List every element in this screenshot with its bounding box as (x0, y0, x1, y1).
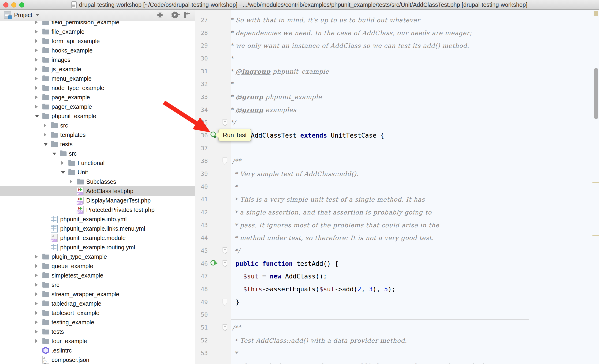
collapse-all-icon[interactable] (157, 11, 164, 18)
code-line[interactable]: 47 $sut = new AddClass(); (195, 270, 599, 283)
code-line[interactable]: 32 * (195, 78, 599, 90)
close-button[interactable] (3, 2, 9, 8)
code-line[interactable]: 54 * This method is very similar to test… (195, 360, 599, 364)
code-line[interactable]: 36class AddClassTest extends UnitTestCas… (195, 129, 599, 142)
tree-item-tabledrag-example[interactable]: tabledrag_example (0, 299, 195, 308)
tree-collapsed-arrow-icon[interactable] (61, 161, 64, 165)
tree-item-unit[interactable]: Unit (0, 168, 195, 177)
code-line[interactable]: 48 $this->assertEquals($sut->add(2, 3), … (195, 283, 599, 296)
tree-item-js-example[interactable]: js_example (0, 64, 195, 74)
tree-collapsed-arrow-icon[interactable] (35, 58, 38, 62)
code-line[interactable]: 49 } (195, 296, 599, 309)
tree-item-pager-example[interactable]: pager_example (0, 102, 195, 111)
code-line[interactable]: 26 (195, 9, 599, 14)
editor-scrollbar[interactable] (594, 68, 598, 119)
tree-collapsed-arrow-icon[interactable] (35, 264, 38, 268)
tree-item-phpunit-example-info-yml[interactable]: phpunit_example.info.yml (0, 214, 195, 224)
tree-item-node-type-example[interactable]: node_type_example (0, 83, 195, 93)
code-line[interactable]: 35 */ (195, 116, 599, 129)
tree-item-simpletest-example[interactable]: simpletest_example (0, 271, 195, 280)
tree-item-tour-example[interactable]: tour_example (0, 336, 195, 346)
minimize-button[interactable] (11, 2, 16, 8)
document-proxy-icon[interactable] (71, 1, 77, 8)
tree-collapsed-arrow-icon[interactable] (35, 77, 38, 80)
tree-item-src[interactable]: src (0, 121, 195, 130)
code-line[interactable]: 34 * @group examples (195, 103, 599, 116)
code-line[interactable]: 31 * @ingroup phpunit_example (195, 65, 599, 78)
code-line[interactable]: 43 * pass. It ignores most of the proble… (195, 219, 599, 231)
tree-collapsed-arrow-icon[interactable] (35, 49, 38, 52)
tree-item-menu-example[interactable]: menu_example (0, 74, 195, 83)
tree-item-functional[interactable]: Functional (0, 158, 195, 168)
code-line[interactable]: 30 * (195, 52, 599, 65)
tree-item-file-example[interactable]: file_example (0, 27, 195, 36)
tree-item-src[interactable]: src (0, 149, 195, 158)
tree-collapsed-arrow-icon[interactable] (35, 339, 38, 343)
tree-item-protectedprivatestest-php[interactable]: phpProtectedPrivatesTest.php (0, 205, 195, 214)
tree-collapsed-arrow-icon[interactable] (44, 133, 46, 137)
tree-item-images[interactable]: images (0, 55, 195, 64)
tree-item-templates[interactable]: templates (0, 130, 195, 140)
tree-collapsed-arrow-icon[interactable] (35, 320, 38, 324)
tree-collapsed-arrow-icon[interactable] (70, 180, 72, 184)
tree-item-tablesort-example[interactable]: tablesort_example (0, 308, 195, 318)
settings-gear-icon[interactable] (170, 11, 180, 19)
zoom-button[interactable] (19, 2, 24, 8)
code-line[interactable]: 33 * @group phpunit_example (195, 90, 599, 103)
code-line[interactable]: 29 * we only want an instance of AddClas… (195, 39, 599, 52)
tree-collapsed-arrow-icon[interactable] (35, 30, 38, 34)
tree-item-phpunit-example-links-menu-yml[interactable]: phpunit_example.links.menu.yml (0, 224, 195, 233)
error-stripe-mark[interactable] (592, 235, 599, 236)
code-line[interactable]: 44 * method under test, so therefore: It… (195, 231, 599, 244)
code-line[interactable]: 46 public function testAdd() { (195, 257, 599, 270)
code-line[interactable]: 52 * Test AddClass::add() with a data pr… (195, 334, 599, 347)
tree-item-phpunit-example[interactable]: phpunit_example (0, 111, 195, 121)
tree-item-addclasstest-php[interactable]: phpAddClassTest.php (0, 186, 195, 196)
tree-item-tests[interactable]: tests (0, 140, 195, 149)
tree-collapsed-arrow-icon[interactable] (35, 20, 38, 24)
tree-item-queue-example[interactable]: queue_example (0, 261, 195, 271)
project-panel-title[interactable]: Project (14, 12, 32, 18)
error-stripe-mark[interactable] (594, 11, 598, 16)
code-line[interactable]: 45 */ (195, 244, 599, 257)
code-line[interactable]: 28 * dependencies we need. In the case o… (195, 27, 599, 39)
run-test-tooltip[interactable]: Run Test (218, 129, 251, 141)
error-stripe-mark[interactable] (592, 182, 599, 183)
code-line[interactable]: 41 * This is a very simple unit test of … (195, 193, 599, 206)
tree-collapsed-arrow-icon[interactable] (35, 95, 38, 99)
tree-item-tests[interactable]: tests (0, 327, 195, 336)
code-line[interactable]: 40 * (195, 180, 599, 193)
tree-collapsed-arrow-icon[interactable] (35, 302, 38, 305)
tree-collapsed-arrow-icon[interactable] (35, 283, 38, 287)
tree-item-subclasses[interactable]: Subclasses (0, 177, 195, 186)
hide-panel-icon[interactable] (184, 11, 191, 18)
tree-expanded-arrow-icon[interactable] (35, 115, 39, 118)
tree-collapsed-arrow-icon[interactable] (44, 124, 46, 127)
tree-item--eslintrc[interactable]: .eslintrc (0, 346, 195, 355)
tree-item-page-example[interactable]: page_example (0, 93, 195, 102)
code-line[interactable]: 39 * Very simple test of AddClass::add()… (195, 167, 599, 180)
tree-item-src[interactable]: src (0, 280, 195, 289)
code-line[interactable]: 38 /** (195, 154, 599, 167)
tree-item-plugin-type-example[interactable]: plugin_type_example (0, 252, 195, 261)
tree-expanded-arrow-icon[interactable] (53, 153, 56, 155)
chevron-down-icon[interactable] (35, 14, 39, 16)
tree-item-stream-wrapper-example[interactable]: stream_wrapper_example (0, 289, 195, 299)
tree-item-phpunit-example-module[interactable]: phpphpunit_example.module (0, 233, 195, 243)
tree-collapsed-arrow-icon[interactable] (35, 311, 38, 315)
tree-item-form-api-example[interactable]: form_api_example (0, 36, 195, 46)
tree-item-displaymanagertest-php[interactable]: phpDisplayManagerTest.php (0, 196, 195, 205)
tree-collapsed-arrow-icon[interactable] (35, 274, 38, 277)
tree-item-phpunit-example-routing-yml[interactable]: phpunit_example.routing.yml (0, 243, 195, 252)
tree-collapsed-arrow-icon[interactable] (35, 39, 38, 43)
tree-collapsed-arrow-icon[interactable] (35, 292, 38, 296)
tree-expanded-arrow-icon[interactable] (44, 143, 48, 146)
code-line[interactable]: 51 /** (195, 321, 599, 334)
tree-item-hooks-example[interactable]: hooks_example (0, 46, 195, 55)
code-line[interactable]: 53 * (195, 347, 599, 360)
tree-collapsed-arrow-icon[interactable] (35, 86, 38, 90)
tree-collapsed-arrow-icon[interactable] (35, 105, 38, 108)
code-line[interactable]: 42 * a single assertion, and that assert… (195, 206, 599, 219)
tree-collapsed-arrow-icon[interactable] (35, 255, 38, 258)
panel-splitter[interactable] (195, 9, 195, 364)
